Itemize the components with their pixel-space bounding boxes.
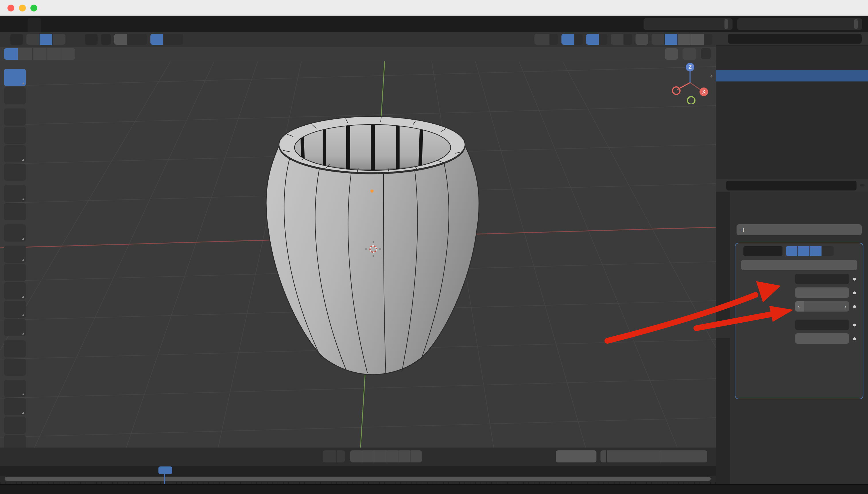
modifier-name-field[interactable] (743, 246, 782, 256)
select-box-tool[interactable] (4, 69, 26, 86)
timeline-track-area[interactable] (0, 476, 716, 484)
tab-object-data[interactable] (716, 383, 730, 398)
viewport-camera-button[interactable] (698, 153, 711, 165)
smooth-tool[interactable] (4, 380, 26, 397)
animate-dot[interactable] (853, 337, 856, 340)
rendered-shading-button[interactable] (691, 34, 704, 44)
cursor-tool[interactable] (4, 87, 26, 104)
end-frame-field[interactable] (661, 450, 707, 462)
chevron-down-icon[interactable] (575, 34, 583, 44)
select-invert-button[interactable] (47, 48, 61, 59)
knife-tool[interactable] (4, 319, 26, 336)
viewlayer-selector[interactable] (737, 18, 862, 30)
bevel-tool[interactable] (4, 282, 26, 300)
extrude-region-tool[interactable] (4, 246, 26, 263)
animate-dot[interactable] (853, 278, 856, 280)
tab-output[interactable] (716, 228, 730, 243)
scale-tool[interactable] (4, 145, 26, 163)
rotate-tool[interactable] (4, 127, 26, 144)
tab-physics[interactable] (716, 353, 730, 368)
select-set-button[interactable] (4, 48, 18, 59)
inset-faces-tool[interactable] (4, 264, 26, 281)
tab-scene[interactable] (716, 258, 730, 272)
jump-to-start-button[interactable] (350, 450, 362, 462)
proportional-edit-toggle[interactable] (150, 34, 163, 44)
tab-material[interactable] (716, 398, 730, 413)
add-modifier-button[interactable]: + (737, 224, 862, 235)
previous-keyframe-button[interactable] (362, 450, 374, 462)
material-preview-shading-button[interactable] (678, 34, 690, 44)
mesh-edit-overlays-button[interactable] (611, 34, 624, 44)
tab-object[interactable] (716, 308, 730, 323)
play-reverse-button[interactable] (374, 450, 386, 462)
segments-field[interactable]: ‹ › (795, 301, 849, 311)
chevron-down-icon[interactable] (599, 34, 607, 44)
playhead-line[interactable] (164, 473, 165, 484)
move-tool[interactable] (4, 109, 26, 126)
chevron-down-icon[interactable] (337, 450, 345, 462)
limit-method-dropdown[interactable] (795, 320, 849, 330)
viewport-ortho-button[interactable] (698, 170, 711, 183)
use-preview-range-toggle[interactable] (601, 450, 606, 462)
viewport-3d[interactable]: Z X ‹ (0, 61, 716, 448)
face-select-mode-button[interactable] (53, 34, 66, 44)
show-overlays-toggle[interactable] (586, 34, 599, 44)
transform-orientation-dropdown[interactable] (85, 34, 97, 44)
outliner-search-input[interactable] (734, 35, 858, 43)
tab-world[interactable] (716, 272, 730, 287)
tab-particles[interactable] (716, 338, 730, 353)
mode-dropdown[interactable] (10, 34, 23, 44)
animate-dot[interactable] (853, 323, 856, 326)
viewport-pan-button[interactable] (698, 135, 711, 148)
wireframe-shading-button[interactable] (651, 34, 664, 44)
auto-keying-toggle[interactable] (322, 450, 336, 462)
filter-dropdown[interactable] (860, 184, 865, 187)
tab-constraints[interactable] (716, 368, 730, 383)
object-visibility-dropdown[interactable] (534, 34, 549, 44)
width-type-dropdown[interactable] (795, 274, 849, 284)
loop-cut-tool[interactable] (4, 301, 26, 318)
display-in-editmode-toggle[interactable] (786, 246, 797, 256)
snap-toggle[interactable] (114, 34, 127, 44)
add-cube-tool[interactable] (4, 224, 26, 242)
transform-correction-button[interactable] (683, 48, 696, 59)
tab-modifiers[interactable] (716, 323, 730, 338)
spin-tool[interactable] (4, 359, 26, 376)
solid-shading-button[interactable] (665, 34, 678, 44)
tab-tool[interactable] (716, 192, 730, 207)
amount-field[interactable] (795, 287, 849, 298)
display-realtime-toggle[interactable] (798, 246, 810, 256)
extras-dropdown[interactable] (822, 246, 834, 256)
toggle-xray-button[interactable] (635, 34, 648, 44)
select-extend-button[interactable] (18, 48, 32, 59)
vertex-select-mode-button[interactable] (26, 34, 39, 44)
select-intersect-button[interactable] (61, 48, 75, 59)
animate-dot[interactable] (853, 305, 856, 308)
current-frame-field[interactable] (556, 450, 596, 462)
chevron-down-icon[interactable] (550, 34, 558, 44)
navigation-gizmo[interactable]: Z X (670, 62, 711, 104)
timeline-ruler[interactable] (0, 466, 716, 476)
new-scene-button[interactable] (724, 19, 728, 29)
tab-render[interactable] (716, 213, 730, 228)
pivot-point-dropdown[interactable] (101, 34, 111, 44)
region-collapse-arrow[interactable]: ‹ (710, 72, 713, 80)
edge-select-mode-button[interactable] (40, 34, 52, 44)
ruler-tick[interactable] (12, 466, 38, 476)
next-keyframe-button[interactable] (399, 450, 410, 462)
properties-search[interactable] (726, 180, 856, 190)
poly-build-tool[interactable] (4, 340, 26, 358)
timeline-scrollbar[interactable] (5, 477, 711, 481)
edge-slide-tool[interactable] (4, 398, 26, 415)
chevron-down-icon[interactable] (704, 34, 713, 44)
outliner-search[interactable] (728, 34, 862, 44)
shear-tool[interactable] (4, 435, 26, 448)
outliner-row-cylinder[interactable] (716, 81, 868, 93)
minimize-window-button[interactable] (19, 5, 26, 12)
outliner-row-collection[interactable] (716, 58, 868, 70)
animate-dot[interactable] (853, 291, 856, 294)
start-frame-field[interactable] (607, 450, 661, 462)
affect-option-button[interactable] (741, 260, 857, 270)
scene-selector[interactable] (644, 18, 733, 30)
mirror-axis-button[interactable] (665, 48, 678, 59)
